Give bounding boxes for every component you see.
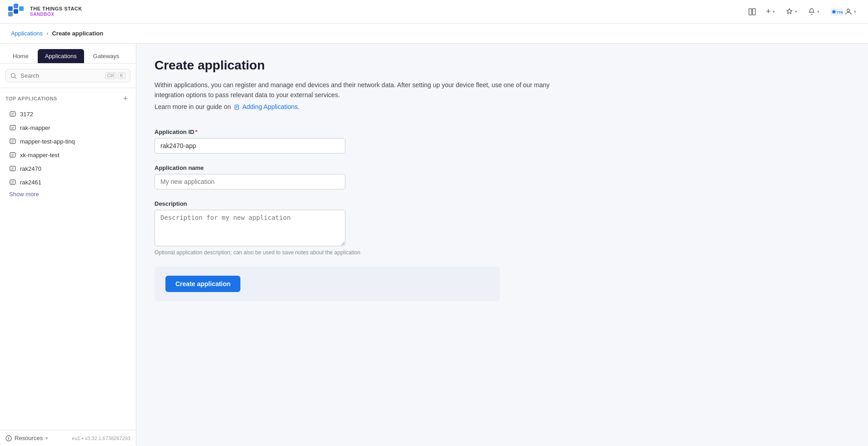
svg-rect-5 [749, 9, 752, 15]
bell-icon [808, 8, 815, 15]
sidebar-section-applications: Top applications + 3172 rak-mapper ma [0, 88, 136, 430]
search-shortcut: Ctrl K [105, 72, 125, 79]
app-id-input[interactable] [155, 138, 345, 154]
svg-point-9 [833, 10, 835, 13]
favorites-button[interactable]: ▾ [781, 5, 802, 18]
breadcrumb: Applications › Create application [0, 24, 868, 44]
info-icon [5, 435, 12, 441]
svg-rect-3 [19, 6, 24, 11]
list-item[interactable]: rak-mapper [5, 121, 130, 134]
description-input[interactable] [155, 210, 345, 246]
svg-rect-14 [10, 125, 15, 130]
description-hint: Optional application description; can al… [155, 249, 500, 256]
form-actions: Create application [155, 267, 500, 301]
create-application-button[interactable]: Create application [165, 276, 240, 292]
app-icon [9, 110, 16, 118]
description-label: Description [155, 200, 500, 207]
app-id-group: Application ID* [155, 129, 500, 154]
notifications-button[interactable]: ▾ [803, 5, 824, 18]
app-icon [9, 138, 16, 145]
learn-more-suffix: . [298, 103, 299, 110]
svg-rect-2 [8, 12, 13, 16]
search-input[interactable] [20, 72, 101, 79]
svg-rect-13 [10, 112, 15, 116]
app-icon [9, 151, 16, 159]
notif-chevron: ▾ [817, 9, 819, 14]
breadcrumb-separator: › [46, 30, 48, 37]
tab-applications[interactable]: Applications [38, 49, 84, 63]
create-application-form: Application ID* Application name Descrip… [155, 129, 500, 301]
search-icon [10, 73, 17, 79]
show-more-link[interactable]: Show more [5, 189, 43, 199]
top-applications-label: Top applications [5, 96, 57, 101]
resources-chevron: ▾ [45, 436, 48, 441]
logo-branding: THE THINGS STACK SANDBOX [30, 6, 82, 17]
required-star: * [195, 129, 197, 135]
add-button[interactable]: + ▾ [761, 4, 779, 19]
app-name: rak2470 [20, 165, 41, 172]
list-item[interactable]: rak2470 [5, 162, 130, 175]
breadcrumb-parent[interactable]: Applications [11, 30, 43, 37]
list-item[interactable]: rak2461 [5, 175, 130, 189]
version-text: eu1 • v3.32.1.6738267293 [72, 436, 130, 441]
svg-rect-6 [753, 9, 755, 15]
applications-list: 3172 rak-mapper mapper-test-app-tinq xk-… [5, 107, 130, 189]
app-name-input[interactable] [155, 174, 345, 189]
app-name-group: Application name [155, 164, 500, 189]
svg-rect-17 [10, 166, 15, 171]
resources-button[interactable]: Resources ▾ [5, 435, 48, 441]
list-item[interactable]: mapper-test-app-tinq [5, 134, 130, 148]
app-name: mapper-test-app-tinq [20, 138, 75, 145]
search-box: Ctrl K [5, 69, 130, 82]
sidebar-footer: Resources ▾ eu1 • v3.32.1.6738267293 [0, 430, 136, 446]
app-icon [9, 165, 16, 172]
add-application-button[interactable]: + [120, 94, 130, 104]
app-icon [9, 178, 16, 186]
brand-sub: SANDBOX [30, 12, 82, 17]
svg-rect-1 [14, 4, 18, 8]
panel-icon [748, 8, 756, 16]
list-item[interactable]: xk-mapper-test [5, 148, 130, 162]
tab-gateways[interactable]: Gateways [86, 49, 127, 63]
content-area: Create application Within applications, … [136, 44, 868, 446]
app-name: rak-mapper [20, 124, 50, 131]
app-id-label: Application ID* [155, 129, 500, 135]
list-item[interactable]: 3172 [5, 107, 130, 121]
header-actions: + ▾ ▾ ▾ TTN [745, 4, 861, 19]
shortcut-letter: K [118, 72, 125, 79]
svg-rect-18 [10, 180, 15, 184]
panel-toggle-button[interactable] [745, 5, 759, 19]
app-name-label: Application name [155, 164, 500, 171]
learn-more-line: Learn more in our guide on Adding Applic… [155, 103, 850, 110]
app-name: 3172 [20, 111, 33, 118]
star-icon [786, 8, 793, 15]
sidebar: Home Applications Gateways Ctrl K Top ap [0, 44, 136, 446]
svg-rect-15 [10, 139, 15, 144]
adding-applications-link[interactable]: Adding Applications [233, 103, 298, 110]
learn-more-prefix: Learn more in our guide on [155, 103, 231, 110]
sidebar-nav: Home Applications Gateways [0, 44, 136, 64]
app-name: rak2461 [20, 179, 41, 186]
learn-more-link-text: Adding Applications [242, 103, 298, 110]
fav-chevron: ▾ [795, 9, 797, 14]
description-group: Description Optional application descrip… [155, 200, 500, 256]
logo-area: THE THINGS STACK SANDBOX [7, 3, 82, 21]
shortcut-key: Ctrl [105, 72, 117, 79]
add-chevron: ▾ [773, 9, 775, 14]
section-header: Top applications + [5, 94, 130, 104]
book-icon [234, 104, 239, 110]
cloud-network-button[interactable]: TTN ▾ [826, 5, 861, 19]
tab-home[interactable]: Home [5, 49, 36, 63]
add-icon: + [766, 7, 771, 16]
user-chevron: ▾ [854, 9, 856, 14]
svg-rect-4 [14, 9, 18, 14]
brand-name: THE THINGS STACK [30, 6, 82, 12]
breadcrumb-current: Create application [52, 30, 103, 37]
page-description: Within applications, you can register an… [155, 80, 564, 100]
page-title: Create application [155, 58, 850, 73]
svg-rect-0 [8, 6, 13, 11]
app-name: xk-mapper-test [20, 152, 60, 159]
top-header: THE THINGS STACK SANDBOX + ▾ ▾ ▾ [0, 0, 868, 24]
svg-text:TTN: TTN [837, 11, 843, 14]
cloud-icon: TTN [830, 8, 843, 16]
